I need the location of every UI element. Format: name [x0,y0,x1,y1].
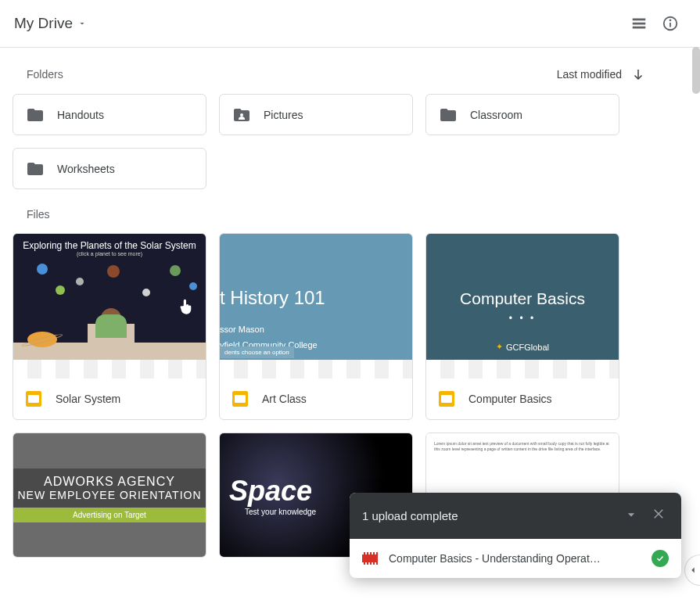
thumb-line: ADWORKS AGENCY [13,475,206,489]
info-icon [662,15,679,32]
folder-item[interactable]: Handouts [13,94,206,135]
files-grid: Exploring the Planets of the Solar Syste… [13,233,687,420]
file-card[interactable]: t History 101 ssor Mason yfield Communit… [219,233,413,420]
file-name: Art Class [262,393,307,405]
file-meta: Computer Basics [426,379,619,419]
slides-icon [439,391,454,407]
breadcrumb[interactable]: My Drive [14,15,87,32]
list-icon [630,15,648,32]
files-header-row: Files [13,208,687,233]
cursor-hand-icon [176,295,196,318]
thumb-title: Computer Basics [460,289,585,308]
toast-title: 1 upload complete [362,509,458,522]
thumb-line: Space [229,475,312,508]
close-icon [652,507,666,521]
thumb-line: Advertising on Target [13,508,206,522]
file-card[interactable]: Computer Basics • • • ✦GCFGlobal Compute… [425,233,619,420]
breadcrumb-label: My Drive [14,15,73,32]
sort-label: Last modified [557,68,622,81]
folder-name: Handouts [57,109,104,121]
toast-row[interactable]: Computer Basics - Understanding Operat… [350,539,681,578]
folders-label: Folders [27,68,63,81]
file-thumbnail: ADWORKS AGENCY NEW EMPLOYEE ORIENTATION … [13,433,206,557]
folder-name: Classroom [470,109,522,121]
file-card[interactable]: Exploring the Planets of the Solar Syste… [13,233,206,420]
video-file-icon [362,552,378,565]
chevron-down-icon [623,507,639,522]
file-meta: Solar System [13,379,206,419]
info-button[interactable] [655,8,686,39]
thumb-footer: dents choose an option [220,346,294,358]
topbar: My Drive [0,0,700,48]
folders-grid: Handouts Pictures Classroom Worksheets [13,94,687,208]
file-thumbnail: Computer Basics • • • ✦GCFGlobal [426,234,619,379]
sort-control[interactable]: Last modified [557,67,645,81]
thumb-line: ssor Mason [220,325,264,334]
file-thumbnail: Exploring the Planets of the Solar Syste… [13,234,206,379]
file-name: Computer Basics [468,393,552,405]
folder-icon [439,106,458,124]
folders-header-row: Folders Last modified [13,67,687,94]
file-meta: Art Class [220,379,412,419]
toast-header: 1 upload complete [350,493,681,539]
folder-icon [26,160,45,178]
thumb-line: NEW EMPLOYEE ORIENTATION [13,489,206,501]
file-thumbnail: t History 101 ssor Mason yfield Communit… [220,234,412,379]
svg-point-2 [670,20,671,20]
folder-name: Worksheets [57,163,115,175]
toast-close-button[interactable] [648,504,669,528]
thumb-brand: ✦GCFGlobal [496,342,549,352]
chevron-down-icon [77,19,87,28]
folder-icon [26,106,45,124]
toast-collapse-button[interactable] [620,504,642,528]
thumb-dots: • • • [509,313,536,324]
thumb-title: Exploring the Planets of the Solar Syste… [23,240,196,251]
thumb-line: Test your knowledge [245,508,316,516]
shared-folder-icon [232,106,251,124]
slides-icon [232,391,248,407]
arrow-down-icon [631,67,645,81]
chevron-left-icon [687,565,698,576]
thumb-subtitle: (click a planet to see more) [77,251,142,257]
upload-toast: 1 upload complete Computer Basics - Unde… [350,493,681,578]
toast-file-name: Computer Basics - Understanding Operat… [389,552,641,565]
svg-point-4 [240,113,243,117]
file-card[interactable]: ADWORKS AGENCY NEW EMPLOYEE ORIENTATION … [13,433,206,558]
scrollbar[interactable] [692,47,700,94]
thumb-title: t History 101 [220,287,325,309]
folder-item[interactable]: Classroom [425,94,619,135]
slides-icon [26,391,41,407]
folder-name: Pictures [264,109,303,121]
file-name: Solar System [56,393,120,405]
files-label: Files [27,208,50,221]
list-view-button[interactable] [623,8,655,39]
folder-item[interactable]: Worksheets [13,148,206,189]
folder-item[interactable]: Pictures [219,94,413,135]
success-icon [652,550,669,567]
